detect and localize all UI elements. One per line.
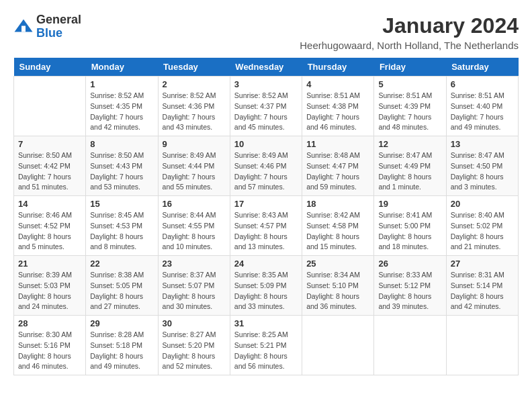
day-info: Sunrise: 8:43 AMSunset: 4:57 PMDaylight:… — [234, 210, 298, 253]
day-info: Sunrise: 8:49 AMSunset: 4:46 PMDaylight:… — [234, 150, 298, 193]
calendar-cell: 8Sunrise: 8:50 AMSunset: 4:43 PMDaylight… — [86, 136, 158, 196]
day-number: 10 — [234, 139, 298, 149]
day-info: Sunrise: 8:50 AMSunset: 4:42 PMDaylight:… — [18, 150, 81, 193]
page-header: General Blue January 2024 Heerhugowaard,… — [13, 13, 519, 51]
calendar-cell: 17Sunrise: 8:43 AMSunset: 4:57 PMDayligh… — [230, 196, 302, 256]
calendar-cell — [14, 77, 86, 136]
calendar-cell: 19Sunrise: 8:41 AMSunset: 5:00 PMDayligh… — [374, 196, 446, 256]
header-monday: Monday — [86, 58, 158, 77]
day-info: Sunrise: 8:34 AMSunset: 5:10 PMDaylight:… — [306, 270, 369, 312]
calendar-cell: 9Sunrise: 8:49 AMSunset: 4:44 PMDaylight… — [158, 136, 230, 196]
calendar-cell: 28Sunrise: 8:30 AMSunset: 5:16 PMDayligh… — [14, 316, 86, 375]
calendar-cell: 12Sunrise: 8:47 AMSunset: 4:49 PMDayligh… — [374, 136, 446, 196]
day-number: 31 — [234, 318, 298, 328]
calendar-cell: 14Sunrise: 8:46 AMSunset: 4:52 PMDayligh… — [14, 196, 86, 256]
calendar-cell: 5Sunrise: 8:51 AMSunset: 4:39 PMDaylight… — [374, 77, 446, 136]
calendar-cell: 4Sunrise: 8:51 AMSunset: 4:38 PMDaylight… — [302, 77, 374, 136]
day-number: 4 — [306, 79, 369, 89]
logo-text: General Blue — [36, 13, 81, 40]
day-number: 8 — [90, 139, 153, 149]
day-number: 18 — [306, 199, 369, 209]
week-row-4: 21Sunrise: 8:39 AMSunset: 5:03 PMDayligh… — [14, 256, 519, 316]
calendar-cell: 20Sunrise: 8:40 AMSunset: 5:02 PMDayligh… — [446, 196, 518, 256]
day-number: 27 — [451, 259, 514, 269]
calendar-cell: 26Sunrise: 8:33 AMSunset: 5:12 PMDayligh… — [374, 256, 446, 316]
day-info: Sunrise: 8:45 AMSunset: 4:53 PMDaylight:… — [90, 210, 153, 253]
day-info: Sunrise: 8:39 AMSunset: 5:03 PMDaylight:… — [18, 270, 81, 312]
week-row-3: 14Sunrise: 8:46 AMSunset: 4:52 PMDayligh… — [14, 196, 519, 256]
day-info: Sunrise: 8:47 AMSunset: 4:50 PMDaylight:… — [451, 150, 514, 193]
day-info: Sunrise: 8:38 AMSunset: 5:05 PMDaylight:… — [90, 270, 153, 312]
day-info: Sunrise: 8:52 AMSunset: 4:36 PMDaylight:… — [163, 91, 226, 133]
calendar-cell — [446, 316, 518, 375]
day-number: 11 — [306, 139, 369, 149]
day-number: 7 — [18, 139, 81, 149]
header-friday: Friday — [374, 58, 446, 77]
day-number: 26 — [378, 259, 441, 269]
calendar-cell: 7Sunrise: 8:50 AMSunset: 4:42 PMDaylight… — [14, 136, 86, 196]
day-number: 14 — [18, 199, 81, 209]
day-info: Sunrise: 8:30 AMSunset: 5:16 PMDaylight:… — [18, 330, 81, 372]
header-saturday: Saturday — [446, 58, 518, 77]
calendar-cell: 22Sunrise: 8:38 AMSunset: 5:05 PMDayligh… — [86, 256, 158, 316]
day-number: 19 — [378, 199, 441, 209]
calendar-cell: 10Sunrise: 8:49 AMSunset: 4:46 PMDayligh… — [230, 136, 302, 196]
calendar-cell: 18Sunrise: 8:42 AMSunset: 4:58 PMDayligh… — [302, 196, 374, 256]
day-number: 24 — [234, 259, 298, 269]
header-sunday: Sunday — [14, 58, 86, 77]
day-number: 17 — [234, 199, 298, 209]
week-row-1: 1Sunrise: 8:52 AMSunset: 4:35 PMDaylight… — [14, 77, 519, 136]
day-number: 22 — [90, 259, 153, 269]
calendar-cell: 3Sunrise: 8:52 AMSunset: 4:37 PMDaylight… — [230, 77, 302, 136]
logo-icon — [13, 17, 34, 37]
calendar-cell: 13Sunrise: 8:47 AMSunset: 4:50 PMDayligh… — [446, 136, 518, 196]
calendar-cell: 23Sunrise: 8:37 AMSunset: 5:07 PMDayligh… — [158, 256, 230, 316]
day-info: Sunrise: 8:48 AMSunset: 4:47 PMDaylight:… — [306, 150, 369, 193]
day-number: 12 — [378, 139, 441, 149]
location-subtitle: Heerhugowaard, North Holland, The Nether… — [300, 40, 519, 51]
day-info: Sunrise: 8:41 AMSunset: 5:00 PMDaylight:… — [378, 210, 441, 253]
day-info: Sunrise: 8:52 AMSunset: 4:37 PMDaylight:… — [234, 91, 298, 133]
header-tuesday: Tuesday — [158, 58, 230, 77]
logo-blue: Blue — [36, 27, 81, 40]
day-number: 13 — [451, 139, 514, 149]
day-number: 30 — [163, 318, 226, 328]
day-number: 25 — [306, 259, 369, 269]
day-info: Sunrise: 8:47 AMSunset: 4:49 PMDaylight:… — [378, 150, 441, 193]
svg-rect-1 — [21, 26, 26, 32]
day-number: 9 — [163, 139, 226, 149]
calendar-cell: 24Sunrise: 8:35 AMSunset: 5:09 PMDayligh… — [230, 256, 302, 316]
month-title: January 2024 — [300, 13, 519, 38]
calendar-cell: 27Sunrise: 8:31 AMSunset: 5:14 PMDayligh… — [446, 256, 518, 316]
day-number: 20 — [451, 199, 514, 209]
week-row-5: 28Sunrise: 8:30 AMSunset: 5:16 PMDayligh… — [14, 316, 519, 375]
day-number: 1 — [90, 79, 153, 89]
calendar-cell: 25Sunrise: 8:34 AMSunset: 5:10 PMDayligh… — [302, 256, 374, 316]
calendar-cell: 1Sunrise: 8:52 AMSunset: 4:35 PMDaylight… — [86, 77, 158, 136]
day-number: 15 — [90, 199, 153, 209]
day-info: Sunrise: 8:40 AMSunset: 5:02 PMDaylight:… — [451, 210, 514, 253]
day-info: Sunrise: 8:52 AMSunset: 4:35 PMDaylight:… — [90, 91, 153, 133]
calendar-cell: 6Sunrise: 8:51 AMSunset: 4:40 PMDaylight… — [446, 77, 518, 136]
day-info: Sunrise: 8:51 AMSunset: 4:38 PMDaylight:… — [306, 91, 369, 133]
day-info: Sunrise: 8:50 AMSunset: 4:43 PMDaylight:… — [90, 150, 153, 193]
day-number: 6 — [451, 79, 514, 89]
calendar-cell: 11Sunrise: 8:48 AMSunset: 4:47 PMDayligh… — [302, 136, 374, 196]
calendar-cell: 21Sunrise: 8:39 AMSunset: 5:03 PMDayligh… — [14, 256, 86, 316]
weekday-header-row: SundayMondayTuesdayWednesdayThursdayFrid… — [14, 58, 519, 77]
day-info: Sunrise: 8:35 AMSunset: 5:09 PMDaylight:… — [234, 270, 298, 312]
day-number: 2 — [163, 79, 226, 89]
day-number: 16 — [163, 199, 226, 209]
calendar-cell: 29Sunrise: 8:28 AMSunset: 5:18 PMDayligh… — [86, 316, 158, 375]
day-number: 29 — [90, 318, 153, 328]
calendar-cell: 2Sunrise: 8:52 AMSunset: 4:36 PMDaylight… — [158, 77, 230, 136]
logo: General Blue — [13, 13, 81, 40]
day-number: 23 — [163, 259, 226, 269]
day-number: 3 — [234, 79, 298, 89]
day-info: Sunrise: 8:42 AMSunset: 4:58 PMDaylight:… — [306, 210, 369, 253]
day-info: Sunrise: 8:51 AMSunset: 4:39 PMDaylight:… — [378, 91, 441, 133]
header-thursday: Thursday — [302, 58, 374, 77]
day-info: Sunrise: 8:46 AMSunset: 4:52 PMDaylight:… — [18, 210, 81, 253]
day-info: Sunrise: 8:28 AMSunset: 5:18 PMDaylight:… — [90, 330, 153, 372]
title-area: January 2024 Heerhugowaard, North Hollan… — [300, 13, 519, 51]
